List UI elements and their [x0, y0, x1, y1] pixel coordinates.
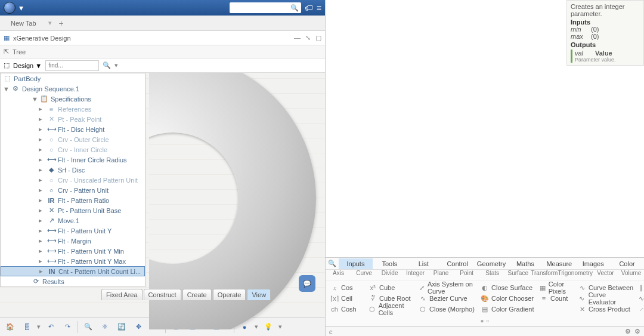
tree-item[interactable]: ▸○Crv - Inner Circle	[1, 144, 145, 155]
tree-item[interactable]: ▸○Crv - Pattern Unit	[1, 185, 145, 195]
cat-list[interactable]: List	[407, 258, 441, 269]
tree-item[interactable]: ▸≡References	[1, 104, 145, 114]
palette-categories: 🔍 Inputs Tools List Control Geometry Mat…	[326, 258, 644, 270]
tree-label: Tree	[13, 48, 26, 56]
gear-icon[interactable]: ⚙	[634, 328, 640, 335]
tree-item[interactable]: ▸◆Srf - Disc	[1, 165, 145, 175]
palette: 🔍 Inputs Tools List Control Geometry Mat…	[326, 257, 644, 326]
palette-item[interactable]: ⌈x⌉Ceil	[330, 294, 366, 303]
undo-icon[interactable]: ↶	[44, 320, 57, 334]
viewtab-construct[interactable]: Construct	[144, 289, 181, 300]
cat-color[interactable]: Color	[610, 258, 644, 269]
cat-geometry[interactable]: Geometry	[475, 258, 509, 269]
palette-item[interactable]: x³Cube	[369, 283, 416, 292]
palette-pager[interactable]: ● ○	[326, 316, 644, 326]
palette-item[interactable]: ∥Curve Parallel	[637, 283, 644, 292]
viewtab-operate[interactable]: Operate	[213, 289, 246, 300]
collapse-button[interactable]: ⤡	[305, 34, 311, 42]
menu-icon[interactable]: ≡	[317, 3, 321, 13]
palette-item[interactable]: ⟋Curve Length	[637, 304, 644, 314]
palette-item[interactable]: ◐Close Surface	[481, 283, 537, 292]
tree-item[interactable]: ▸○Crv - Unscaled Pattern Unit	[1, 175, 145, 185]
panel-title: xGenerative Design	[13, 35, 71, 42]
tree-item-results[interactable]: ⟳Results	[1, 276, 145, 286]
move-icon[interactable]: ✥	[132, 320, 145, 334]
tree-item-specs[interactable]: ▼📋Specifications	[1, 94, 145, 104]
status-bar: c ⚙ ⚙	[326, 326, 644, 336]
tree-item[interactable]: ▸⟷Flt - Margin	[1, 236, 145, 246]
redo-icon[interactable]: ↷	[61, 320, 74, 334]
tree-item[interactable]: ▸⟷Flt - Pattern Unit Y Min	[1, 246, 145, 256]
palette-item[interactable]: ▤Color Gradient	[481, 304, 537, 314]
refresh-icon[interactable]: 🔄	[115, 320, 128, 334]
tree-item[interactable]: ▸⟷Flt - Pattern Unit Y	[1, 226, 145, 236]
tree-item[interactable]: ▸○Crv - Outer Circle	[1, 134, 145, 144]
tree-item-sequence[interactable]: ▼⚙Design Sequence.1	[1, 84, 145, 94]
palette-item[interactable]: ⬡Adjacent Cells	[369, 304, 416, 314]
chat-button[interactable]: 💬	[299, 275, 315, 292]
app-icon: ▦	[4, 34, 10, 42]
cube-icon: ⬚	[4, 61, 10, 69]
cat-tools[interactable]: Tools	[373, 258, 407, 269]
filter-icon[interactable]: ▾	[114, 61, 118, 69]
find-input[interactable]	[45, 60, 99, 71]
palette-item[interactable]: ⤢Axis System on Curve	[419, 283, 478, 292]
home-icon[interactable]: 🏠	[4, 320, 17, 334]
palette-item[interactable]: 🎨Color Chooser	[481, 294, 537, 303]
tree-item[interactable]: ▸✕Pt - Peak Point	[1, 114, 145, 124]
palette-item[interactable]: chCosh	[330, 304, 366, 314]
cat-maths[interactable]: Maths	[508, 258, 542, 269]
tab-new[interactable]: New Tab	[6, 17, 41, 29]
graph-canvas[interactable]: Flt - Margin −5 mm+ (integer) Cnt - Patt…	[326, 0, 644, 258]
palette-item[interactable]: ∿Bezier Curve	[419, 294, 478, 303]
search-icon[interactable]: 🔍	[103, 61, 111, 69]
tree-toolbar: ⇱ Tree	[0, 45, 325, 58]
status-c: c	[329, 328, 333, 335]
palette-item[interactable]: ⬡Close (Morpho)	[419, 304, 478, 314]
tree-item[interactable]: ▸⟷Flt - Pattern Unit Y Max	[1, 256, 145, 266]
zoom-icon[interactable]: 🔍	[82, 320, 95, 334]
minimize-button[interactable]: —	[294, 34, 301, 42]
viewtab-fixed[interactable]: Fixed Area	[101, 289, 143, 300]
chevron-down-icon[interactable]: ▾	[19, 3, 23, 13]
tree-item[interactable]: ▸✕Pt - Pattern Unit Base	[1, 205, 145, 215]
viewtab-create[interactable]: Create	[182, 289, 212, 300]
cat-measure[interactable]: Measure	[542, 258, 576, 269]
close-button[interactable]: ▢	[315, 34, 321, 42]
palette-item[interactable]: ∿Curve Evaluator	[578, 294, 634, 303]
palette-subcats: AxisCurveDivideIntegerPlanePointStatsSur…	[326, 270, 644, 280]
viewtab-view[interactable]: View	[247, 289, 271, 300]
compass-icon[interactable]	[4, 2, 16, 14]
cat-inputs[interactable]: Inputs	[339, 258, 373, 269]
tree-item[interactable]: ▸IRFlt - Pattern Ratio	[1, 195, 145, 205]
spec-tree[interactable]: ⬚PartBody ▼⚙Design Sequence.1 ▼📋Specific…	[0, 73, 145, 287]
palette-item[interactable]: ✕Cross Product	[578, 304, 634, 314]
tag-icon[interactable]: 🏷	[305, 3, 313, 13]
tree-item-selected[interactable]: ▸INCnt - Pattern Unit Count Li...	[1, 266, 145, 276]
gear-icon[interactable]: ⚙	[625, 328, 631, 335]
cat-images[interactable]: Images	[576, 258, 610, 269]
tab-dropdown-icon[interactable]: ▾	[48, 19, 52, 27]
tree-item[interactable]: ▸↗Move.1	[1, 215, 145, 226]
palette-item[interactable]: ▦Color Pixels	[540, 283, 575, 292]
design-dropdown[interactable]: Design ▼	[13, 62, 42, 69]
palette-search-icon[interactable]: 🔍	[326, 260, 339, 267]
document-tabs: New Tab ▾ +	[0, 16, 325, 31]
atom-icon[interactable]: ⚛	[98, 320, 112, 334]
palette-item[interactable]: ∿Curve Smooth	[637, 294, 644, 303]
add-tab-button[interactable]: +	[59, 19, 64, 28]
palette-item[interactable]: ≡Count	[540, 294, 575, 303]
cat-control[interactable]: Control	[441, 258, 475, 269]
panel-header: ▦ xGenerative Design — ⤡ ▢	[0, 31, 325, 45]
tree-item[interactable]: ▸⟷Flt - Disc Height	[1, 124, 145, 134]
global-search[interactable]: 🔍	[230, 2, 301, 13]
top-bar: ▾ 🔍 🏷 ≡	[0, 0, 325, 16]
palette-grid: 𝑥Cos x³Cube ⤢Axis System on Curve ◐Close…	[326, 280, 644, 316]
view-tabs: Fixed Area Construct Create Operate View	[101, 289, 271, 300]
database-icon[interactable]: 🗄	[20, 320, 33, 334]
tree-item-partbody[interactable]: ⬚PartBody	[1, 73, 145, 84]
palette-item[interactable]: 𝑥Cos	[330, 283, 366, 292]
filter-bar: ⬚ Design ▼ 🔍 ▾	[0, 58, 325, 73]
tree-item[interactable]: ▸⟷Flt - Inner Circle Radius	[1, 155, 145, 165]
viewport[interactable]: 👁 👁 👁 👁 👁 ⬚PartBody ▼⚙Design Sequence.1 …	[0, 73, 325, 317]
